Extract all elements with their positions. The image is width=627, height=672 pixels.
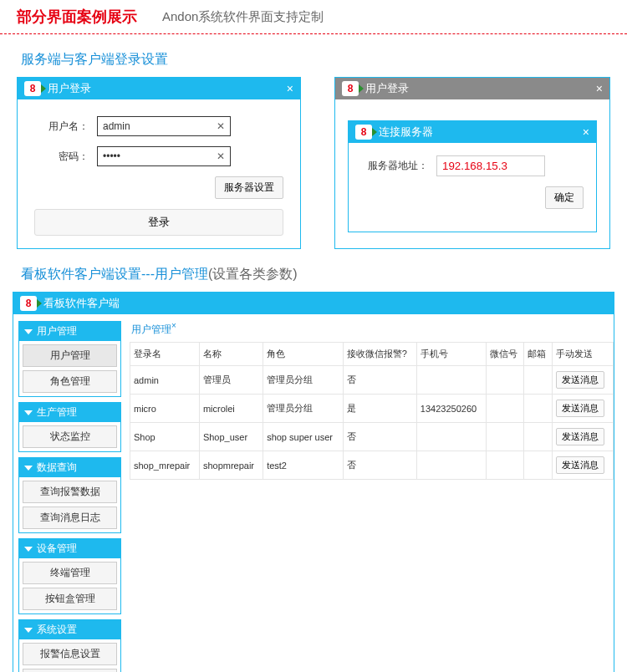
client-titlebar: 看板软件客户端 bbox=[13, 293, 614, 314]
table-header: 登录名 bbox=[130, 343, 200, 366]
page-header: 部分界面案例展示 Andon系统软件界面支持定制 bbox=[0, 0, 627, 34]
confirm-button[interactable]: 确定 bbox=[545, 186, 584, 209]
close-icon[interactable]: × bbox=[287, 82, 293, 95]
username-input[interactable]: admin ✕ bbox=[97, 116, 231, 136]
server-settings-button[interactable]: 服务器设置 bbox=[215, 176, 283, 199]
send-message-button[interactable]: 发送消息 bbox=[556, 456, 604, 474]
main-content: 用户管理× 登录名名称角色接收微信报警?手机号微信号邮箱手动发送 admin管理… bbox=[126, 314, 614, 672]
table-header: 邮箱 bbox=[524, 343, 553, 366]
send-message-button[interactable]: 发送消息 bbox=[556, 428, 604, 445]
send-message-button[interactable]: 发送消息 bbox=[556, 371, 604, 389]
table-header: 接收微信报警? bbox=[343, 343, 416, 366]
server-modal-title: 连接服务器 bbox=[379, 125, 433, 140]
section1-title: 服务端与客户端登录设置 bbox=[0, 34, 627, 77]
table-header: 手机号 bbox=[416, 343, 486, 366]
server-outer-titlebar: 用户登录 × bbox=[335, 78, 609, 99]
sidebar-group-head[interactable]: 数据查询 bbox=[19, 458, 120, 477]
app-icon bbox=[24, 81, 41, 96]
send-message-button[interactable]: 发送消息 bbox=[556, 400, 604, 417]
section2-title: 看板软件客户端设置---用户管理(设置各类参数) bbox=[0, 249, 627, 292]
sidebar-item[interactable]: 按钮盒管理 bbox=[23, 588, 117, 610]
chevron-down-icon bbox=[24, 628, 33, 633]
sidebar-group-head[interactable]: 用户管理 bbox=[19, 322, 120, 341]
app-icon bbox=[342, 81, 359, 96]
username-label: 用户名： bbox=[34, 120, 89, 134]
sidebar-group-head[interactable]: 生产管理 bbox=[19, 403, 120, 422]
table-row: ShopShop_usershop super user否发送消息 bbox=[130, 423, 614, 451]
login-button[interactable]: 登录 bbox=[34, 209, 283, 236]
table-row: micromicrolei管理员分组是13423250260发送消息 bbox=[130, 395, 614, 423]
close-icon[interactable]: × bbox=[596, 82, 603, 95]
sidebar-item[interactable]: 报警人员设置 bbox=[23, 669, 117, 672]
app-icon bbox=[355, 125, 372, 140]
client-window: 看板软件客户端 用户管理用户管理角色管理生产管理状态监控数据查询查询报警数据查询… bbox=[13, 292, 614, 672]
login-window: 用户登录 × 用户名： admin ✕ 密码： ••••• ✕ 服务器设置 bbox=[17, 77, 301, 249]
clear-icon[interactable]: ✕ bbox=[217, 150, 225, 162]
server-modal-titlebar: 连接服务器 × bbox=[349, 121, 596, 143]
tab-close-icon[interactable]: × bbox=[171, 321, 176, 330]
table-header: 名称 bbox=[199, 343, 263, 366]
chevron-down-icon bbox=[24, 329, 33, 334]
chevron-down-icon bbox=[24, 410, 33, 415]
server-modal: 连接服务器 × 服务器地址： 确定 bbox=[348, 120, 597, 232]
table-header: 角色 bbox=[263, 343, 344, 366]
header-title-gray: Andon系统软件界面支持定制 bbox=[162, 9, 324, 25]
sidebar-item[interactable]: 角色管理 bbox=[23, 370, 117, 393]
server-address-label: 服务器地址： bbox=[361, 159, 428, 173]
sidebar-item[interactable]: 报警信息设置 bbox=[23, 643, 117, 665]
chevron-down-icon bbox=[24, 466, 33, 471]
password-label: 密码： bbox=[34, 150, 89, 164]
close-icon[interactable]: × bbox=[583, 125, 589, 139]
app-icon bbox=[20, 296, 37, 311]
sidebar-item[interactable]: 用户管理 bbox=[23, 344, 117, 367]
chevron-down-icon bbox=[24, 547, 33, 552]
sidebar-group-head[interactable]: 系统设置 bbox=[19, 620, 120, 639]
sidebar-group-head[interactable]: 设备管理 bbox=[19, 539, 120, 558]
login-window-title: 用户登录 bbox=[48, 81, 91, 96]
sidebar-item[interactable]: 查询报警数据 bbox=[23, 481, 117, 503]
server-outer-title: 用户登录 bbox=[365, 81, 409, 96]
table-row: shop_mrepairshopmrepairtest2否发送消息 bbox=[130, 451, 614, 480]
tab-user-management[interactable]: 用户管理× bbox=[130, 319, 614, 342]
table-row: admin管理员管理员分组否发送消息 bbox=[130, 366, 614, 395]
user-table: 登录名名称角色接收微信报警?手机号微信号邮箱手动发送 admin管理员管理员分组… bbox=[130, 342, 614, 480]
sidebar-item[interactable]: 状态监控 bbox=[23, 425, 117, 448]
table-header: 手动发送 bbox=[553, 343, 614, 366]
sidebar-item[interactable]: 终端管理 bbox=[23, 562, 117, 584]
server-address-input[interactable] bbox=[436, 155, 545, 176]
clear-icon[interactable]: ✕ bbox=[217, 120, 225, 132]
sidebar-item[interactable]: 查询消息日志 bbox=[23, 507, 117, 529]
table-header: 微信号 bbox=[486, 343, 524, 366]
server-window: 用户登录 × 连接服务器 × 服务器地址： 确定 bbox=[334, 77, 610, 249]
password-input[interactable]: ••••• ✕ bbox=[97, 146, 231, 166]
login-titlebar: 用户登录 × bbox=[18, 78, 300, 99]
client-app-title: 看板软件客户端 bbox=[43, 296, 120, 311]
header-title-red: 部分界面案例展示 bbox=[17, 7, 137, 27]
sidebar: 用户管理用户管理角色管理生产管理状态监控数据查询查询报警数据查询消息日志设备管理… bbox=[13, 314, 126, 672]
